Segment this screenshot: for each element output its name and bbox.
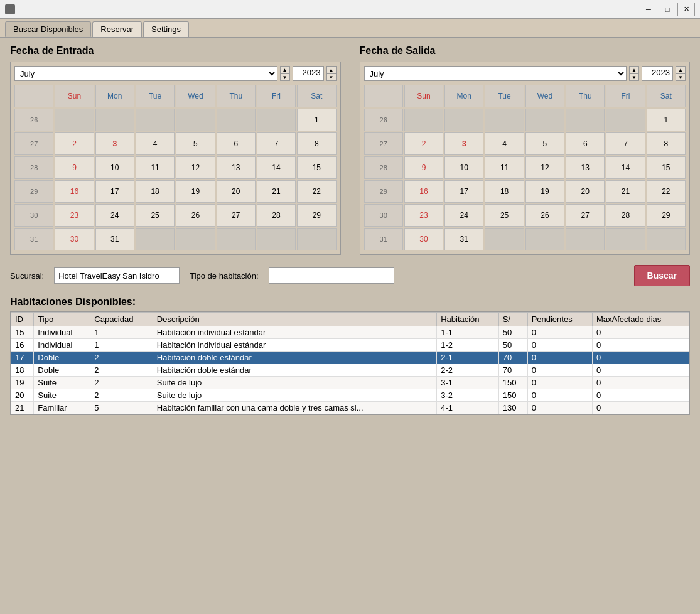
entrada-day-31[interactable]: 31 xyxy=(95,228,134,250)
buscar-button[interactable]: Buscar xyxy=(634,265,690,286)
table-cell: 4-1 xyxy=(437,402,499,414)
salida-day-7[interactable]: 7 xyxy=(606,132,645,155)
salida-week-header xyxy=(364,85,403,107)
salida-day-21[interactable]: 21 xyxy=(606,180,645,203)
salida-day-25[interactable]: 25 xyxy=(485,204,524,227)
entrada-year-spin: ▲ ▼ xyxy=(326,66,337,81)
entrada-day-15[interactable]: 15 xyxy=(297,156,336,179)
salida-day-31[interactable]: 31 xyxy=(444,228,483,250)
entrada-day-14[interactable]: 14 xyxy=(257,156,296,179)
table-cell: 2-2 xyxy=(437,364,499,377)
salida-day-28[interactable]: 28 xyxy=(606,204,645,227)
entrada-month-up[interactable]: ▲ xyxy=(280,66,290,73)
salida-wn-31: 31 xyxy=(364,228,403,250)
sucursal-select[interactable]: Hotel TravelEasy San Isidro xyxy=(54,267,180,284)
entrada-day-9[interactable]: 9 xyxy=(55,156,94,179)
salida-day-13[interactable]: 13 xyxy=(566,156,605,179)
entrada-day-8[interactable]: 8 xyxy=(297,132,336,155)
salida-day-11[interactable]: 11 xyxy=(485,156,524,179)
salida-day-5[interactable]: 5 xyxy=(525,132,564,155)
salida-day-4[interactable]: 4 xyxy=(485,132,524,155)
entrada-day-28[interactable]: 28 xyxy=(257,204,296,227)
salida-day-10[interactable]: 10 xyxy=(444,156,483,179)
entrada-day-7[interactable]: 7 xyxy=(257,132,296,155)
entrada-day-1[interactable]: 1 xyxy=(297,109,336,131)
entrada-day-10[interactable]: 10 xyxy=(95,156,134,179)
entrada-day-13[interactable]: 13 xyxy=(217,156,256,179)
tab-settings[interactable]: Settings xyxy=(143,21,189,37)
entrada-year-down[interactable]: ▼ xyxy=(326,73,337,81)
salida-day-15[interactable]: 15 xyxy=(647,156,686,179)
salida-day-27[interactable]: 27 xyxy=(566,204,605,227)
entrada-day-2[interactable]: 2 xyxy=(55,132,94,155)
entrada-month-select[interactable]: July xyxy=(14,66,277,81)
salida-day-22[interactable]: 22 xyxy=(647,180,686,203)
table-cell: 0 xyxy=(527,364,592,377)
entrada-day-29[interactable]: 29 xyxy=(297,204,336,227)
salida-day-6[interactable]: 6 xyxy=(566,132,605,155)
tipo-label: Tipo de habitación: xyxy=(190,271,258,281)
entrada-year-up[interactable]: ▲ xyxy=(326,66,337,73)
entrada-day-19[interactable]: 19 xyxy=(176,180,215,203)
table-row[interactable]: 21Familiar5Habitación familiar con una c… xyxy=(11,402,689,414)
minimize-button[interactable]: ─ xyxy=(640,3,657,16)
entrada-day-25[interactable]: 25 xyxy=(136,204,175,227)
tab-buscar-disponibles[interactable]: Buscar Disponibles xyxy=(5,21,91,37)
salida-day-1[interactable]: 1 xyxy=(647,109,686,131)
tipo-select[interactable] xyxy=(269,267,394,284)
salida-day-17[interactable]: 17 xyxy=(444,180,483,203)
entrada-day-5[interactable]: 5 xyxy=(176,132,215,155)
table-row[interactable]: 15Individual1Habitación individual están… xyxy=(11,326,689,339)
entrada-day-6[interactable]: 6 xyxy=(217,132,256,155)
table-row[interactable]: 20Suite2Suite de lujo3-215000 xyxy=(11,389,689,402)
entrada-day-27[interactable]: 27 xyxy=(217,204,256,227)
salida-day-9[interactable]: 9 xyxy=(404,156,443,179)
entrada-day-17[interactable]: 17 xyxy=(95,180,134,203)
entrada-day-11[interactable]: 11 xyxy=(136,156,175,179)
entrada-day-20[interactable]: 20 xyxy=(217,180,256,203)
entrada-day-30[interactable]: 30 xyxy=(55,228,94,250)
salida-day-29[interactable]: 29 xyxy=(647,204,686,227)
entrada-day-22[interactable]: 22 xyxy=(297,180,336,203)
entrada-cell xyxy=(176,228,215,250)
table-row[interactable]: 19Suite2Suite de lujo3-115000 xyxy=(11,377,689,389)
salida-day-16[interactable]: 16 xyxy=(404,180,443,203)
entrada-day-21[interactable]: 21 xyxy=(257,180,296,203)
salida-month-down[interactable]: ▼ xyxy=(629,73,639,81)
entrada-month-down[interactable]: ▼ xyxy=(280,73,290,81)
salida-day-20[interactable]: 20 xyxy=(566,180,605,203)
entrada-day-4[interactable]: 4 xyxy=(136,132,175,155)
close-button[interactable]: ✕ xyxy=(677,3,695,16)
salida-month-select[interactable]: July xyxy=(364,66,627,81)
entrada-day-12[interactable]: 12 xyxy=(176,156,215,179)
table-row[interactable]: 18Doble2Habitación doble estándar2-27000 xyxy=(11,364,689,377)
salida-year-up[interactable]: ▲ xyxy=(676,66,686,73)
salida-day-24[interactable]: 24 xyxy=(444,204,483,227)
salida-day-30[interactable]: 30 xyxy=(404,228,443,250)
tab-reservar[interactable]: Reservar xyxy=(92,21,142,37)
salida-day-8[interactable]: 8 xyxy=(647,132,686,155)
salida-day-19[interactable]: 19 xyxy=(525,180,564,203)
entrada-day-sat: Sat xyxy=(297,85,336,107)
table-title: Habitaciones Disponibles: xyxy=(10,296,690,308)
salida-day-26[interactable]: 26 xyxy=(525,204,564,227)
salida-year-down[interactable]: ▼ xyxy=(676,73,686,81)
entrada-day-26[interactable]: 26 xyxy=(176,204,215,227)
salida-day-14[interactable]: 14 xyxy=(606,156,645,179)
title-bar-controls: ─ □ ✕ xyxy=(640,3,695,16)
salida-month-up[interactable]: ▲ xyxy=(629,66,639,73)
table-cell: 1-2 xyxy=(437,339,499,352)
entrada-day-23[interactable]: 23 xyxy=(55,204,94,227)
entrada-day-18[interactable]: 18 xyxy=(136,180,175,203)
maximize-button[interactable]: □ xyxy=(659,3,676,16)
entrada-day-16[interactable]: 16 xyxy=(55,180,94,203)
table-row[interactable]: 17Doble2Habitación doble estándar2-17000 xyxy=(11,352,689,364)
entrada-day-24[interactable]: 24 xyxy=(95,204,134,227)
salida-day-12[interactable]: 12 xyxy=(525,156,564,179)
salida-day-18[interactable]: 18 xyxy=(485,180,524,203)
table-row[interactable]: 16Individual1Habitación individual están… xyxy=(11,339,689,352)
salida-day-23[interactable]: 23 xyxy=(404,204,443,227)
entrada-day-3[interactable]: 3 xyxy=(95,132,134,155)
salida-day-2[interactable]: 2 xyxy=(404,132,443,155)
salida-day-3[interactable]: 3 xyxy=(444,132,483,155)
